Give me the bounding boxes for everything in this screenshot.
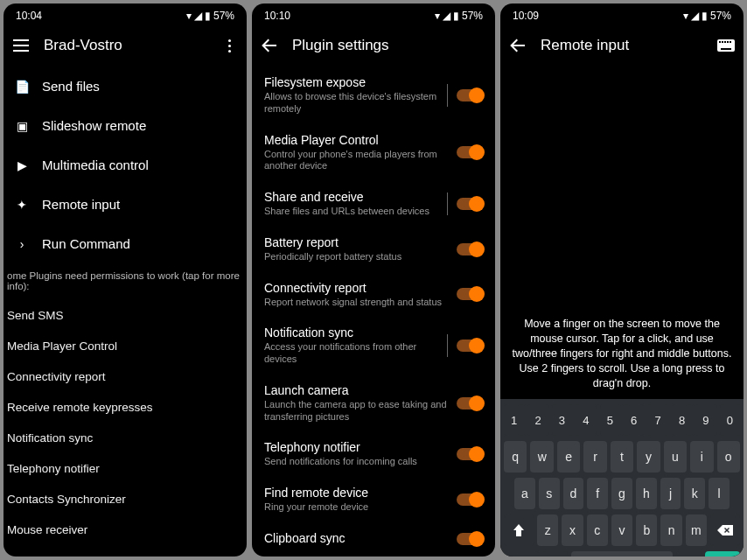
key-6[interactable]: 6 (624, 404, 644, 436)
plugin-toggle[interactable] (457, 198, 483, 210)
key-5[interactable]: 5 (600, 404, 620, 436)
key-i[interactable]: i (690, 441, 713, 472)
perm-item[interactable]: Mouse receiver (3, 514, 247, 545)
key-0[interactable]: 0 (720, 404, 740, 436)
plugin-row[interactable]: Filesystem exposeAllows to browse this d… (252, 66, 495, 124)
plugin-subtitle: Control your phone's media players from … (264, 149, 448, 173)
key-q[interactable]: q (504, 441, 527, 472)
svg-rect-4 (719, 41, 721, 43)
plugin-toggle[interactable] (457, 146, 483, 158)
plugin-text: Battery reportPeriodically report batter… (264, 235, 448, 263)
device-screen-3: 10:09 ▾ ◢ ▮ 57% Remote input Move a fing… (500, 4, 744, 556)
battery-icon: ▮ (205, 10, 211, 22)
plugin-toggle[interactable] (457, 448, 483, 460)
key-comma[interactable]: , (542, 551, 568, 556)
key-9[interactable]: 9 (695, 404, 716, 436)
key-3[interactable]: 3 (552, 404, 572, 436)
key-r[interactable]: r (583, 441, 606, 472)
plugin-row[interactable]: Connectivity reportReport network signal… (252, 272, 495, 318)
plugin-toggle[interactable] (457, 243, 483, 256)
plugin-title: Telephony notifier (264, 440, 448, 454)
plugin-toggle[interactable] (457, 494, 483, 506)
signal-icon: ◢ (194, 10, 202, 22)
plugin-toggle[interactable] (457, 89, 483, 102)
plugin-row[interactable]: Share and receiveShare files and URLs be… (252, 181, 495, 227)
plugin-row[interactable]: Launch cameraLaunch the camera app to ea… (252, 374, 495, 432)
key-t[interactable]: t (611, 441, 633, 472)
key-j[interactable]: j (660, 478, 681, 509)
plugin-text: Telephony notifierSend notifications for… (264, 440, 448, 468)
plugin-toggle[interactable] (457, 340, 483, 352)
key-v[interactable]: v (611, 514, 632, 546)
perm-item[interactable]: Notification sync (3, 423, 247, 453)
device-screen-1: 10:04 ▾ ◢ ▮ 57% Brad-Vostro 📄Send files … (3, 4, 247, 556)
key-1[interactable]: 1 (504, 404, 524, 436)
key-l[interactable]: l (709, 478, 730, 509)
plugin-text: Connectivity reportReport network signal… (264, 281, 448, 309)
divider (447, 192, 448, 215)
key-g[interactable]: g (611, 478, 632, 509)
key-symbols[interactable]: ?123 (504, 551, 539, 556)
plugin-row[interactable]: Clipboard sync (252, 522, 495, 556)
key-7[interactable]: 7 (647, 404, 667, 436)
menu-multimedia-control[interactable]: ▶Multimedia control (3, 145, 247, 185)
plugin-toggle[interactable] (457, 397, 483, 410)
key-period[interactable]: . (676, 551, 702, 556)
plugin-text: Media Player ControlControl your phone's… (264, 133, 448, 173)
key-c[interactable]: c (587, 514, 608, 546)
key-backspace[interactable] (710, 514, 740, 546)
key-m[interactable]: m (686, 514, 707, 546)
key-u[interactable]: u (664, 441, 687, 472)
key-z[interactable]: z (537, 514, 558, 546)
key-k[interactable]: k (684, 478, 705, 509)
perm-item[interactable]: Connectivity report (3, 361, 247, 392)
trackpad-area[interactable] (500, 66, 744, 312)
perm-item[interactable]: Send SMS (3, 300, 247, 331)
battery-icon: ▮ (702, 10, 708, 22)
menu-slideshow-remote[interactable]: ▣Slideshow remote (3, 106, 247, 145)
clock: 10:09 (513, 10, 539, 22)
battery-icon: ▮ (453, 10, 459, 22)
plugin-row[interactable]: Find remote deviceRing your remote devic… (252, 477, 495, 522)
plugin-title: Battery report (264, 235, 448, 249)
battery-pct: 57% (213, 10, 234, 22)
key-enter[interactable] (705, 551, 740, 556)
key-8[interactable]: 8 (672, 404, 692, 436)
key-n[interactable]: n (660, 514, 681, 546)
back-button[interactable] (259, 35, 280, 56)
plugin-row[interactable]: Battery reportPeriodically report batter… (252, 227, 495, 272)
perm-item[interactable]: Media Player Control (3, 331, 247, 361)
plugin-row[interactable]: Notification syncAccess your notificatio… (252, 317, 495, 374)
overflow-menu-button[interactable] (219, 35, 240, 56)
plugin-toggle[interactable] (457, 288, 483, 300)
plugin-row[interactable]: Media Player ControlControl your phone's… (252, 124, 495, 182)
key-y[interactable]: y (637, 441, 660, 472)
menu-send-files[interactable]: 📄Send files (3, 66, 247, 106)
menu-remote-input[interactable]: ✦Remote input (3, 185, 247, 224)
plugin-row[interactable]: Telephony notifierSend notifications for… (252, 431, 495, 477)
key-o[interactable]: o (717, 441, 740, 472)
perm-item[interactable]: Receive remote keypresses (3, 392, 247, 423)
key-x[interactable]: x (562, 514, 583, 546)
plugin-toggle[interactable] (457, 533, 483, 545)
hamburger-icon[interactable] (10, 35, 31, 56)
divider (447, 84, 448, 107)
key-d[interactable]: d (563, 478, 584, 509)
key-h[interactable]: h (636, 478, 657, 509)
key-a[interactable]: a (514, 478, 535, 509)
key-b[interactable]: b (636, 514, 657, 546)
perm-item[interactable]: Contacts Synchronizer (3, 484, 247, 514)
key-space[interactable] (571, 551, 672, 556)
permissions-note[interactable]: ome Plugins need permissions to work (ta… (3, 263, 247, 300)
key-s[interactable]: s (539, 478, 560, 509)
key-f[interactable]: f (587, 478, 608, 509)
perm-item[interactable]: Telephony notifier (3, 453, 247, 484)
key-e[interactable]: e (557, 441, 580, 472)
key-w[interactable]: w (530, 441, 553, 472)
keyboard-toggle-button[interactable] (716, 35, 737, 56)
key-shift[interactable] (504, 514, 534, 546)
key-4[interactable]: 4 (576, 404, 596, 436)
back-button[interactable] (507, 35, 528, 56)
key-2[interactable]: 2 (527, 404, 548, 436)
menu-run-command[interactable]: ›Run Command (3, 224, 247, 263)
